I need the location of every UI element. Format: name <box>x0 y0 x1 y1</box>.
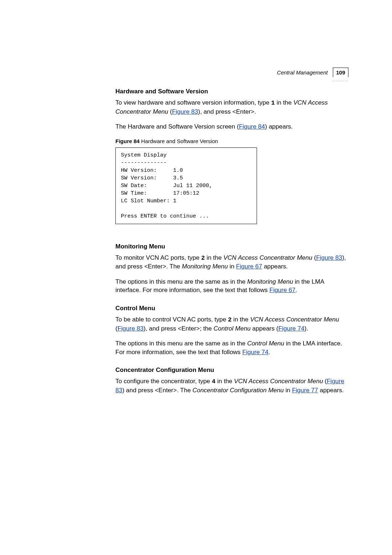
key-1: 1 <box>271 100 275 106</box>
text: ) appears. <box>265 123 293 130</box>
text: appears. <box>262 263 288 270</box>
text: ). <box>305 325 308 332</box>
para-monitoring-2: The options in this menu are the same as… <box>115 278 348 295</box>
text: appears. <box>318 387 344 394</box>
figure-label: Figure 84 <box>115 138 140 144</box>
heading-concentrator-config: Concentrator Configuration Menu <box>115 366 348 374</box>
menu-name: Monitoring Menu <box>182 263 228 270</box>
link-figure-74[interactable]: Figure 74 <box>242 349 269 356</box>
running-header: Central Management 109 <box>277 68 348 77</box>
text: ), and press <Enter>. <box>198 108 256 115</box>
menu-name: Concentrator Configuration Menu <box>192 387 283 394</box>
para-hw-sw-intro: To view hardware and software version in… <box>115 98 348 116</box>
text: The Hardware and Software Version screen… <box>115 123 239 130</box>
figure-84-caption: Figure 84 Hardware and Software Version <box>115 138 348 145</box>
key-2: 2 <box>228 316 232 323</box>
text: in the <box>232 316 250 323</box>
text: The options in this menu are the same as… <box>115 278 247 285</box>
text: . <box>268 349 270 356</box>
figure-84-code: System Display -------------- HW Version… <box>115 147 257 224</box>
text: ( <box>168 108 172 115</box>
para-monitoring-1: To monitor VCN AC ports, type 2 in the V… <box>115 254 348 271</box>
link-figure-67[interactable]: Figure 67 <box>236 263 262 270</box>
text: The options in this menu are the same as… <box>115 340 247 347</box>
menu-name: VCN Access Concentrator Menu <box>250 316 339 323</box>
link-figure-83[interactable]: Figure 83 <box>172 108 198 115</box>
header-dots: ......... <box>332 78 348 82</box>
menu-name: VCN Access Concentrator Menu <box>234 378 323 385</box>
menu-name: VCN Access Concentrator Menu <box>223 254 312 261</box>
menu-name: Monitoring Menu <box>247 278 293 285</box>
text: appears ( <box>250 325 278 332</box>
text: ( <box>323 378 327 385</box>
header-section-title: Central Management <box>277 69 328 76</box>
key-2: 2 <box>201 255 205 262</box>
heading-control-menu: Control Menu <box>115 304 348 312</box>
text: in the <box>205 254 223 261</box>
menu-name: Control Menu <box>247 340 284 347</box>
link-figure-83[interactable]: Figure 83 <box>316 254 342 261</box>
para-hw-sw-screen: The Hardware and Software Version screen… <box>115 122 348 131</box>
text: To configure the concentrator, type <box>115 378 212 385</box>
link-figure-83[interactable]: Figure 83 <box>118 325 144 332</box>
link-figure-84[interactable]: Figure 84 <box>239 123 265 130</box>
body-content: Hardware and Software Version To view ha… <box>115 87 348 394</box>
figure-caption-text: Hardware and Software Version <box>140 138 218 144</box>
para-control-2: The options in this menu are the same as… <box>115 339 348 356</box>
link-figure-74[interactable]: Figure 74 <box>278 325 305 332</box>
text: ) and press <Enter>. The <box>122 387 192 394</box>
text: To be able to control VCN AC ports, type <box>115 316 228 323</box>
heading-monitoring-menu: Monitoring Menu <box>115 242 348 251</box>
text: in <box>228 263 236 270</box>
text: . <box>295 287 297 293</box>
page-container: Central Management 109 ......... Hardwar… <box>0 0 392 437</box>
para-concentrator-1: To configure the concentrator, type 4 in… <box>115 377 348 394</box>
text: ), and press <Enter>; the <box>144 325 214 332</box>
page-number: 109 <box>333 68 348 77</box>
heading-hw-sw-version: Hardware and Software Version <box>115 87 348 96</box>
link-figure-67[interactable]: Figure 67 <box>269 287 295 293</box>
text: in the <box>216 378 234 385</box>
text: in <box>284 387 292 394</box>
link-figure-77[interactable]: Figure 77 <box>292 387 318 394</box>
text: in the <box>275 99 293 106</box>
text: To monitor VCN AC ports, type <box>115 254 201 261</box>
menu-name: Control Menu <box>213 325 250 332</box>
text: To view hardware and software version in… <box>115 99 271 106</box>
text: ( <box>312 254 316 261</box>
key-4: 4 <box>212 378 216 385</box>
para-control-1: To be able to control VCN AC ports, type… <box>115 315 348 333</box>
